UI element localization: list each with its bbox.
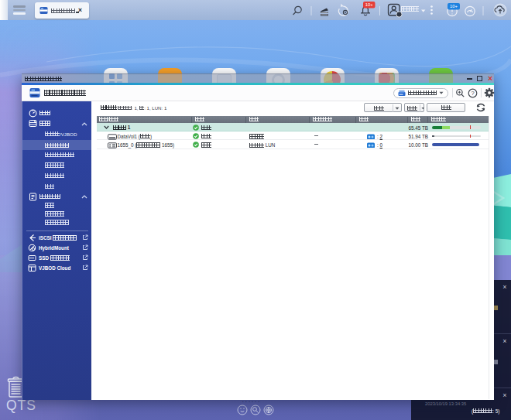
svg-text:?: ? [471,90,474,97]
svg-text:10+: 10+ [365,2,373,7]
svg-text:10+: 10+ [450,4,458,9]
